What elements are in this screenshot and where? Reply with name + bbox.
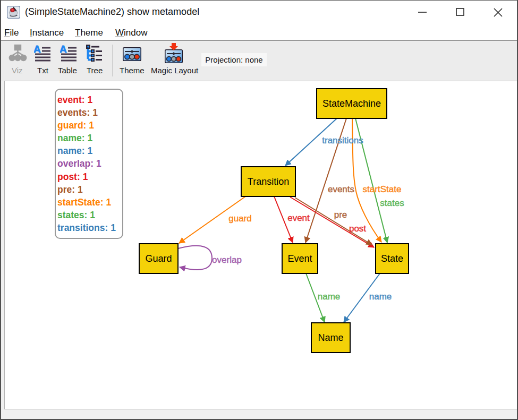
svg-text:A: A: [34, 44, 41, 55]
svg-text:A: A: [60, 44, 67, 55]
